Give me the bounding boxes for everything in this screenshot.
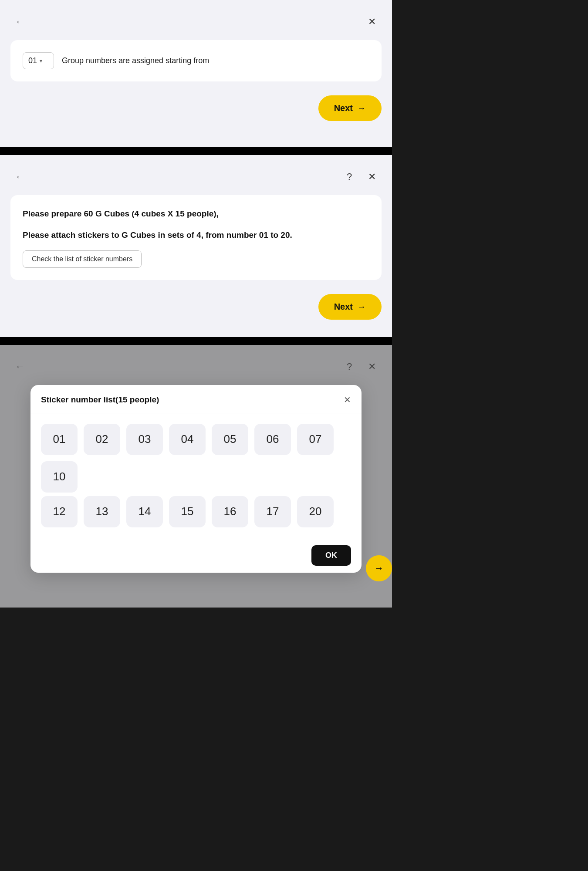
group-number-card: 01 ▾ Group numbers are assigned starting… [10,40,382,81]
nav-right-2: ? ✕ [341,169,380,185]
modal-header: Sticker number list(15 people) ✕ [30,385,362,413]
sticker-chip: 02 [84,424,120,455]
nav-bar-1: ← ✕ [10,14,382,30]
back-button-1[interactable]: ← [12,14,28,30]
ok-button[interactable]: OK [311,545,351,566]
sticker-chip: 05 [212,424,248,455]
sticker-chip: 03 [126,424,163,455]
sticker-chip: 01 [41,424,78,455]
section-3: ← ? ✕ Sticker number list(15 people) ✕ 0… [0,345,392,608]
next-button-1[interactable]: Next → [318,95,382,121]
divider-1 [0,147,392,155]
modal-footer: OK [30,538,362,573]
next-button-2[interactable]: Next → [318,294,382,320]
sticker-chip: 20 [297,496,334,527]
help-button-2[interactable]: ? [341,169,357,185]
group-number-row: 01 ▾ Group numbers are assigned starting… [23,52,369,69]
prepare-card: Please prepare 60 G Cubes (4 cubes X 15 … [10,195,382,280]
next-label-1: Next [334,103,353,113]
modal-backdrop: Sticker number list(15 people) ✕ 0102030… [10,359,382,590]
partial-next-area: → [366,555,392,581]
next-button-3-partial[interactable]: → [366,555,392,581]
dropdown-arrow-icon: ▾ [40,58,42,64]
prepare-text-line2: Please attach stickers to G Cubes in set… [23,229,369,241]
sticker-grid-row2: 12131415161720 [41,496,351,527]
sticker-chip: 06 [254,424,291,455]
sticker-chip: 04 [169,424,206,455]
modal-body: 0102030405060710 12131415161720 [30,413,362,538]
dropdown-value: 01 [28,56,37,65]
section-1: ← ✕ 01 ▾ Group numbers are assigned star… [0,0,392,147]
close-button-2[interactable]: ✕ [364,169,380,185]
modal-close-button[interactable]: ✕ [344,395,351,405]
next-btn-row-1: Next → [10,95,382,121]
sticker-number-modal: Sticker number list(15 people) ✕ 0102030… [30,385,362,573]
check-list-button[interactable]: Check the list of sticker numbers [23,250,142,268]
sticker-chip: 17 [254,496,291,527]
back-button-2[interactable]: ← [12,169,28,185]
divider-2 [0,337,392,345]
sticker-chip: 15 [169,496,206,527]
sticker-grid-row1: 0102030405060710 [41,424,351,493]
next-btn-row-2: Next → [10,294,382,320]
sticker-chip: 13 [84,496,120,527]
close-button-1[interactable]: ✕ [364,14,380,30]
modal-title: Sticker number list(15 people) [41,395,159,405]
sticker-chip: 12 [41,496,78,527]
prepare-text-line1: Please prepare 60 G Cubes (4 cubes X 15 … [23,207,369,220]
section-2: ← ? ✕ Please prepare 60 G Cubes (4 cubes… [0,155,392,337]
nav-right-1: ✕ [364,14,380,30]
sticker-chip: 14 [126,496,163,527]
sticker-chip: 16 [212,496,248,527]
group-number-label: Group numbers are assigned starting from [62,56,209,65]
nav-bar-2: ← ? ✕ [10,169,382,185]
sticker-chip: 07 [297,424,334,455]
next-label-2: Next [334,302,353,312]
next-arrow-2: → [357,302,366,312]
sticker-chip: 10 [41,461,78,493]
next-arrow-1: → [357,103,366,113]
group-number-dropdown[interactable]: 01 ▾ [23,52,54,69]
